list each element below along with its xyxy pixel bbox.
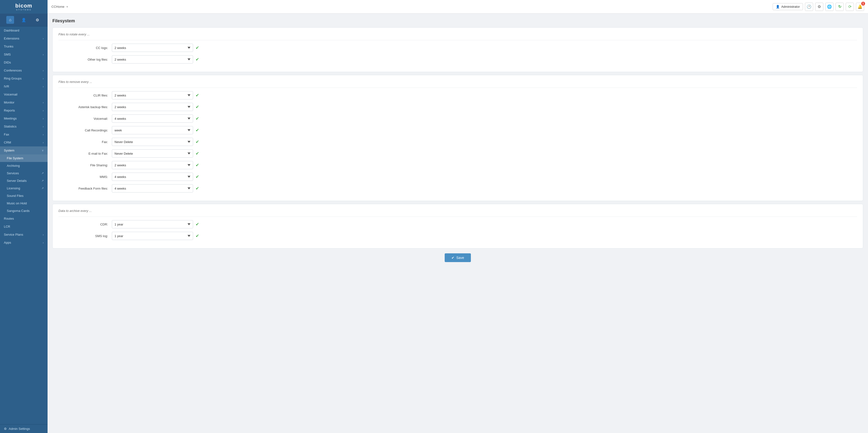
sidebar-item-trunks[interactable]: Trunks [0,42,48,51]
sidebar-subitem-licensing[interactable]: Licensing ↗ [0,185,48,192]
sidebar-item-label: IVR [4,85,9,88]
voicemail-select[interactable]: week 2 weeks 4 weeks 1 year Never Delete [112,114,193,123]
gear-button[interactable]: ⚙ [815,3,824,11]
sidebar-item-label: Voicemail [4,93,18,96]
email-to-fax-select-wrap: week 2 weeks 4 weeks 1 year Never Delete… [112,149,199,158]
sidebar-item-label: Extensions [4,37,20,40]
cc-logs-select[interactable]: week 2 weeks 4 weeks 1 year Never Delete [112,44,193,52]
sidebar-subitem-label: Sangoma Cards [7,209,30,212]
sidebar-item-dashboard[interactable]: Dashboard [0,26,48,34]
remove-section-card: Files to remove every ... CLIR files: we… [53,75,863,201]
sidebar-item-label: Meetings [4,116,17,120]
archive-section-header: Data to archive every ... [59,209,857,212]
mms-row: MMS: week 2 weeks 4 weeks 1 year Never D… [59,173,857,181]
sidebar-item-ring-groups[interactable]: Ring Groups › [0,74,48,82]
sidebar-item-label: Service Plans [4,233,23,236]
email-to-fax-select[interactable]: week 2 weeks 4 weeks 1 year Never Delete [112,149,193,158]
sms-log-label: SMS log: [59,234,112,238]
admin-button[interactable]: 👤 Administrator [773,3,803,10]
cchome-dropdown[interactable]: CCHome ▼ [52,5,68,8]
sidebar-item-label: Apps [4,241,11,244]
sidebar-user-icon[interactable]: 👤 [20,16,28,24]
sidebar-subitem-music-on-hold[interactable]: Music on Hold [0,200,48,207]
sidebar-item-service-plans[interactable]: Service Plans › [0,231,48,239]
sidebar-item-routes[interactable]: Routes [0,214,48,223]
sidebar-item-label: DIDs [4,61,11,64]
topbar-right: 👤 Administrator 🕐 ⚙ 🌐 ↻ ⟳ 🔔 1 [773,0,868,13]
sidebar-subitem-sound-files[interactable]: Sound Files [0,192,48,200]
sidebar-subitem-server-details[interactable]: Server Details ↗ [0,177,48,185]
clock-button[interactable]: 🕐 [805,3,813,11]
gear-settings-icon: ⚙ [4,427,7,431]
sidebar-home-icon[interactable]: ⌂ [6,16,14,24]
sidebar-item-crm[interactable]: CRM › [0,138,48,146]
sidebar-item-label: Conferences [4,69,22,72]
chevron-right-icon: › [43,241,44,244]
other-log-files-check-icon: ✔ [195,57,199,62]
cdr-row: CDR: week 2 weeks 4 weeks 1 year Never D… [59,220,857,228]
feedback-form-select[interactable]: week 2 weeks 4 weeks 1 year Never Delete [112,184,193,193]
sidebar-item-ivr[interactable]: IVR › [0,82,48,91]
sidebar-subitem-label: File System [7,156,23,160]
chevron-right-icon: › [43,77,44,80]
cc-logs-row: CC logs: week 2 weeks 4 weeks 1 year Nev… [59,44,857,52]
cc-logs-select-wrap: week 2 weeks 4 weeks 1 year Never Delete… [112,44,199,52]
refresh-icon: ↻ [838,4,841,9]
cdr-select-wrap: week 2 weeks 4 weeks 1 year Never Delete… [112,220,199,228]
sidebar-subitem-label: Music on Hold [7,201,27,205]
email-to-fax-row: E-mail to Fax: week 2 weeks 4 weeks 1 ye… [59,149,857,158]
save-button[interactable]: ✔ Save [445,253,471,262]
sidebar-config-icon[interactable]: ⚙ [33,16,41,24]
sidebar-item-apps[interactable]: Apps › [0,239,48,246]
sidebar-item-reports[interactable]: Reports › [0,106,48,114]
other-log-files-select[interactable]: week 2 weeks 4 weeks 1 year Never Delete [112,55,193,64]
call-recordings-select[interactable]: week 2 weeks 4 weeks 1 year Never Delete [112,126,193,134]
sidebar-item-fax[interactable]: Fax › [0,130,48,138]
clir-files-select[interactable]: week 2 weeks 4 weeks 1 year Never Delete [112,91,193,99]
sync-button[interactable]: ⟳ [846,3,854,11]
fax-row: Fax: week 2 weeks 4 weeks 1 year Never D… [59,138,857,146]
sidebar-item-dids[interactable]: DIDs [0,59,48,66]
sms-log-select[interactable]: week 2 weeks 4 weeks 1 year Never Delete [112,232,193,240]
fax-check-icon: ✔ [195,139,199,144]
chevron-right-icon: › [43,117,44,120]
admin-settings-bar[interactable]: ⚙ Admin Settings [0,424,48,433]
dropdown-arrow-icon: ▼ [66,5,68,8]
sidebar: ⌂ 👤 ⚙ Dashboard Extensions › Trunks SMS … [0,13,48,433]
sidebar-item-label: System [4,148,14,152]
fax-select[interactable]: week 2 weeks 4 weeks 1 year Never Delete [112,138,193,146]
sidebar-item-statistics[interactable]: Statistics › [0,123,48,130]
refresh-button[interactable]: ↻ [836,3,844,11]
clir-files-label: CLIR files: [59,94,112,97]
sidebar-subitem-label: Server Details [7,179,27,182]
sidebar-item-voicemail[interactable]: Voicemail [0,91,48,98]
asterisk-backup-select[interactable]: week 2 weeks 4 weeks 1 year Never Delete [112,103,193,111]
sidebar-subitem-archiving[interactable]: Archiving [0,162,48,169]
file-sharing-select[interactable]: week 2 weeks 4 weeks 1 year Never Delete [112,161,193,169]
sidebar-item-label: Monitor [4,101,14,104]
sidebar-item-sms[interactable]: SMS › [0,51,48,59]
admin-user-icon: 👤 [776,5,780,8]
save-checkmark-icon: ✔ [452,256,454,260]
sidebar-item-monitor[interactable]: Monitor › [0,98,48,106]
sidebar-subitem-sangoma-cards[interactable]: Sangoma Cards [0,207,48,214]
asterisk-backup-label: Asterisk backup files: [59,105,112,109]
sidebar-item-system[interactable]: System ∨ [0,146,48,155]
globe-button[interactable]: 🌐 [825,3,834,11]
chevron-right-icon: › [43,53,44,56]
voicemail-select-wrap: week 2 weeks 4 weeks 1 year Never Delete… [112,114,199,123]
sidebar-subitem-file-system[interactable]: File System [0,155,48,162]
chevron-right-icon: › [43,141,44,144]
mms-select[interactable]: week 2 weeks 4 weeks 1 year Never Delete [112,173,193,181]
sidebar-item-lcr[interactable]: LCR [0,223,48,231]
sidebar-subitem-services[interactable]: Services ↗ [0,169,48,177]
sidebar-item-extensions[interactable]: Extensions › [0,34,48,42]
cdr-select[interactable]: week 2 weeks 4 weeks 1 year Never Delete [112,220,193,228]
sidebar-item-meetings[interactable]: Meetings › [0,114,48,123]
admin-label: Administrator [781,5,800,8]
notification-button[interactable]: 🔔 1 [856,3,864,11]
file-sharing-row: File Sharing: week 2 weeks 4 weeks 1 yea… [59,161,857,169]
sidebar-item-conferences[interactable]: Conferences › [0,66,48,74]
sidebar-item-label: Reports [4,109,15,112]
chevron-right-icon: › [43,37,44,40]
